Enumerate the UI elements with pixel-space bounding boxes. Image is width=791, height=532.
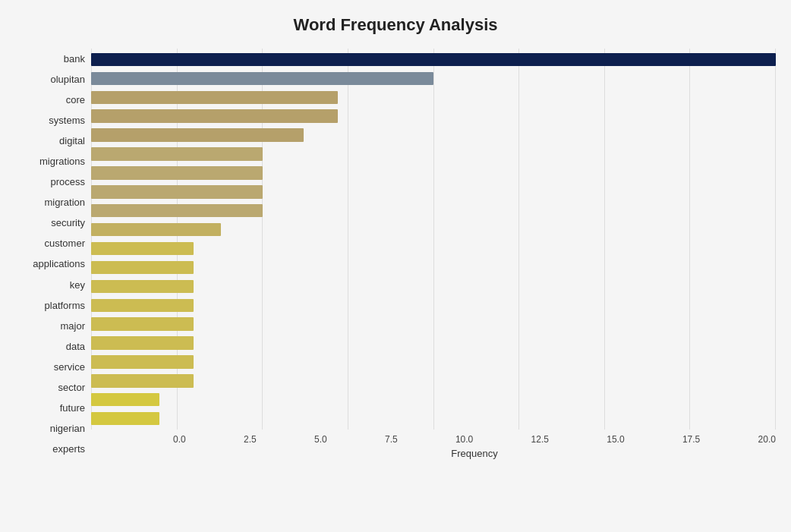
bar-row [91, 409, 776, 428]
y-label: digital [59, 136, 85, 146]
chart-container: Word Frequency Analysis bankolupitancore… [0, 0, 791, 532]
y-label: nigerian [50, 423, 85, 433]
x-tick-label: 20.0 [758, 434, 776, 445]
x-tick-label: 12.5 [531, 434, 549, 445]
y-label: security [51, 218, 85, 228]
bar-row [91, 201, 776, 220]
bar-row [91, 315, 776, 334]
bar [91, 53, 776, 66]
bar-row [91, 50, 776, 69]
bar [91, 147, 263, 160]
bar-row [91, 107, 776, 126]
bar [91, 223, 221, 236]
bar-row [91, 145, 776, 164]
x-tick-label: 15.0 [607, 434, 624, 445]
bar [91, 166, 263, 179]
y-label: service [54, 362, 85, 372]
y-label: sector [58, 382, 85, 392]
bar [91, 185, 263, 198]
bar [91, 72, 433, 85]
bar [91, 204, 263, 217]
x-axis-title: Frequency [173, 448, 776, 459]
x-tick-label: 0.0 [173, 434, 186, 445]
bar-row [91, 277, 776, 296]
bar-row [91, 239, 776, 258]
bar-row [91, 353, 776, 372]
y-label: bank [64, 54, 85, 64]
bar [91, 355, 194, 368]
bar-row [91, 258, 776, 277]
x-tick-label: 17.5 [682, 434, 700, 445]
bar [91, 109, 338, 122]
y-label: migration [45, 197, 85, 207]
y-label: data [66, 342, 85, 351]
bar-row [91, 182, 776, 201]
bar-row [91, 126, 776, 145]
y-label: core [66, 95, 85, 105]
bar [91, 128, 304, 141]
bar-row [91, 371, 776, 390]
y-label: key [70, 280, 85, 290]
bar [91, 317, 194, 330]
y-label: olupitan [50, 74, 85, 84]
y-label: systems [49, 115, 85, 125]
x-tick-label: 2.5 [244, 434, 257, 445]
bar [91, 412, 159, 425]
grid-and-bars [91, 49, 776, 430]
bar-row [91, 334, 776, 353]
y-label: future [60, 403, 85, 413]
bar-row [91, 296, 776, 315]
x-tick-label: 10.0 [455, 434, 473, 445]
bar-row [91, 163, 776, 182]
y-label: experts [52, 444, 85, 454]
bars-and-grid: 0.02.55.07.510.012.515.017.520.0 Frequen… [91, 49, 776, 459]
bar [91, 299, 194, 312]
x-tick-label: 7.5 [385, 434, 398, 445]
bar-row [91, 88, 776, 107]
x-axis-labels: 0.02.55.07.510.012.515.017.520.0 [173, 430, 776, 445]
y-label: major [60, 321, 85, 331]
chart-title: Word Frequency Analysis [15, 15, 776, 35]
bar [91, 242, 194, 255]
y-axis-labels: bankolupitancoresystemsdigitalmigrations… [15, 49, 91, 459]
bar [91, 91, 338, 104]
y-label: applications [33, 259, 85, 269]
bar-rows [91, 49, 776, 430]
y-label: process [50, 177, 85, 187]
bar-row [91, 220, 776, 239]
bar [91, 374, 194, 387]
y-label: customer [45, 238, 85, 248]
y-label: platforms [45, 301, 85, 310]
bar-row [91, 69, 776, 88]
bar [91, 393, 159, 406]
x-tick-label: 5.0 [314, 434, 327, 445]
bar [91, 261, 194, 274]
y-label: migrations [39, 156, 85, 166]
bar [91, 280, 194, 293]
bar [91, 336, 194, 349]
bar-row [91, 390, 776, 409]
